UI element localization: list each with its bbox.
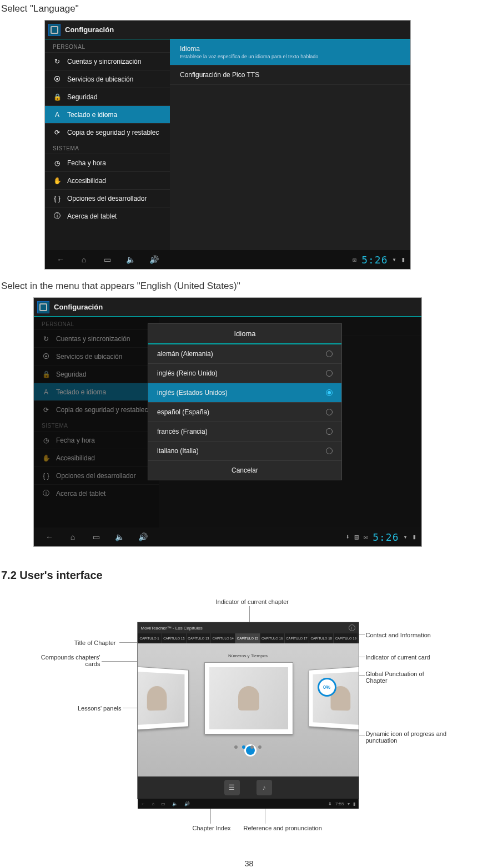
sidebar-item-cuentas: ↻Cuentas y sincronización xyxy=(34,329,159,347)
interface-diagram: Indicator of current chapter Title of Ch… xyxy=(44,598,455,842)
sidebar-item-seguridad[interactable]: 🔒Seguridad xyxy=(45,88,170,105)
callout-global: Global Punctuation of Chapter xyxy=(366,671,444,684)
callout-indicator-chapter: Indicator of current chapter xyxy=(216,598,289,605)
lang-option-uk[interactable]: inglés (Reino Unido) xyxy=(148,364,341,383)
dialog-title: Idioma xyxy=(148,324,341,344)
back-icon[interactable]: ← xyxy=(55,254,66,265)
home-icon[interactable]: ⌂ xyxy=(78,254,89,265)
person-placeholder xyxy=(209,667,288,729)
dialog-cancel-button[interactable]: Cancelar xyxy=(148,461,341,480)
sidebar-item-copia[interactable]: ⟳Copia de seguridad y restablec xyxy=(45,123,170,141)
volume-down-icon[interactable]: 🔈 xyxy=(172,801,178,806)
chapter-index-button[interactable]: ☰ xyxy=(224,780,240,795)
chapter-tab[interactable]: CAPÍTULO 13 xyxy=(162,633,187,643)
sidebar-item-fecha[interactable]: ◷Fecha y hora xyxy=(45,154,170,171)
recents-icon[interactable]: ▭ xyxy=(102,254,113,265)
chapter-tab[interactable]: CAPÍTULO 19 xyxy=(334,633,358,643)
lang-option-us[interactable]: inglés (Estados Unidos) xyxy=(148,383,341,403)
callout-lessons: Lessons' panels xyxy=(78,705,122,712)
lang-label: alemán (Alemania) xyxy=(157,350,213,358)
backup-icon: ⟳ xyxy=(42,406,51,414)
wifi-icon: ▾ xyxy=(348,801,350,806)
lang-option-it[interactable]: italiano (Italia) xyxy=(148,441,341,461)
recents-icon[interactable]: ▭ xyxy=(90,531,102,542)
lesson-panel-center[interactable] xyxy=(204,662,293,734)
radio-icon xyxy=(326,389,333,396)
radio-icon xyxy=(326,448,333,454)
card-carousel: Números y Tiempos 0% xyxy=(138,643,359,776)
sidebar-item-accesibilidad[interactable]: ✋Accesibilidad xyxy=(45,171,170,189)
lock-icon: 🔒 xyxy=(53,93,62,101)
instruction-2: Select in the menu that appears "English… xyxy=(1,281,498,292)
option-label: Idioma xyxy=(180,45,200,53)
chapter-tab[interactable]: CAPÍTULO 13 xyxy=(187,633,211,643)
sidebar-item-teclado[interactable]: ATeclado e idioma xyxy=(45,105,170,123)
home-icon[interactable]: ⌂ xyxy=(152,801,155,806)
reference-button[interactable]: ♪ xyxy=(256,780,272,795)
braces-icon: { } xyxy=(53,195,62,202)
sidebar-item-label: Acerca del tablet xyxy=(67,212,117,220)
callout-compounds: Compounds chapters' cards xyxy=(34,654,100,667)
system-navbar: ← ⌂ ▭ 🔈 🔊 ✉ 5:26 ▾ ▮ xyxy=(45,250,410,269)
window-title: Configuración xyxy=(54,303,103,311)
option-pico[interactable]: Configuración de Pico TTS xyxy=(170,65,410,85)
battery-icon: ▮ xyxy=(413,533,417,541)
backup-icon: ⟳ xyxy=(53,129,62,136)
chapter-tab[interactable]: CAPÍTULO 18 xyxy=(309,633,334,643)
screenshot-2: Configuración PERSONAL ↻Cuentas y sincro… xyxy=(33,297,422,547)
sidebar-item-dev[interactable]: { }Opciones del desarrollador xyxy=(45,189,170,207)
callout-indicator-card: Indicator of current card xyxy=(366,654,430,661)
sidebar-item-label: Copia de seguridad y restablec xyxy=(56,406,148,414)
lang-option-de[interactable]: alemán (Alemania) xyxy=(148,344,341,364)
chapter-tab[interactable]: CAPÍTULO 17 xyxy=(285,633,309,643)
volume-down-icon[interactable]: 🔈 xyxy=(125,254,136,265)
settings-sidebar: PERSONAL ↻Cuentas y sincronización ⦿Serv… xyxy=(34,317,159,527)
chapter-tab[interactable]: CAPÍTULO 16 xyxy=(260,633,285,643)
sync-icon: ↻ xyxy=(53,58,62,65)
sidebar-item-label: Accesibilidad xyxy=(56,454,95,462)
download-icon: ⬇ xyxy=(328,801,332,806)
volume-down-icon[interactable]: 🔈 xyxy=(114,531,125,542)
wifi-icon: ▾ xyxy=(404,533,408,541)
lesson-panel-left[interactable] xyxy=(138,666,189,732)
download-icon: ⬇ xyxy=(345,533,350,541)
back-icon[interactable]: ← xyxy=(141,801,145,806)
sidebar-item-accesibilidad: ✋Accesibilidad xyxy=(34,449,159,466)
settings-icon xyxy=(37,301,49,313)
home-icon[interactable]: ⌂ xyxy=(67,531,78,542)
back-icon[interactable]: ← xyxy=(44,531,55,542)
person-placeholder xyxy=(138,671,184,725)
chapter-tabs: CAPÍTULO 1 CAPÍTULO 13 CAPÍTULO 13 CAPÍT… xyxy=(138,633,359,643)
dot-icon xyxy=(234,745,238,749)
section-personal: PERSONAL xyxy=(34,317,159,329)
screenshot-1: Configuración PERSONAL ↻Cuentas y sincro… xyxy=(44,20,411,270)
sidebar-item-acerca[interactable]: ⓘAcerca del tablet xyxy=(45,207,170,225)
option-label: Configuración de Pico TTS xyxy=(180,71,259,79)
chapter-tab-current[interactable]: CAPÍTULO 15 xyxy=(235,633,260,643)
volume-up-icon[interactable]: 🔊 xyxy=(184,801,190,806)
sidebar-item-label: Servicios de ubicación xyxy=(67,75,133,83)
sidebar-item-servicios[interactable]: ⦿Servicios de ubicación xyxy=(45,70,170,88)
info-icon[interactable]: i xyxy=(349,625,355,631)
chapter-tab[interactable]: CAPÍTULO 1 xyxy=(138,633,162,643)
option-idioma[interactable]: Idioma Establece la voz específica de un… xyxy=(170,39,410,65)
window-titlebar: Configuración xyxy=(34,298,421,317)
clock-icon: ◷ xyxy=(53,159,62,167)
section-sistema: SISTEMA xyxy=(34,418,159,431)
volume-up-icon[interactable]: 🔊 xyxy=(137,531,148,542)
recents-icon[interactable]: ▭ xyxy=(161,801,165,806)
settings-sidebar: PERSONAL ↻Cuentas y sincronización ⦿Serv… xyxy=(45,39,170,250)
volume-up-icon[interactable]: 🔊 xyxy=(148,254,159,265)
clock-icon: ◷ xyxy=(42,436,51,444)
radio-icon xyxy=(326,428,333,435)
sd-icon: ▤ xyxy=(355,533,359,541)
sidebar-item-teclado: ATeclado e idioma xyxy=(34,383,159,400)
radio-icon xyxy=(326,370,333,377)
language-dialog: Idioma alemán (Alemania) inglés (Reino U… xyxy=(148,323,342,480)
sidebar-item-cuentas[interactable]: ↻Cuentas y sincronización xyxy=(45,52,170,70)
chapter-tab[interactable]: CAPÍTULO 14 xyxy=(211,633,235,643)
sidebar-item-label: Teclado e idioma xyxy=(56,388,106,396)
lang-option-es[interactable]: español (España) xyxy=(148,403,341,422)
lesson-panel-right[interactable] xyxy=(309,666,359,732)
lang-option-fr[interactable]: francés (Francia) xyxy=(148,422,341,441)
